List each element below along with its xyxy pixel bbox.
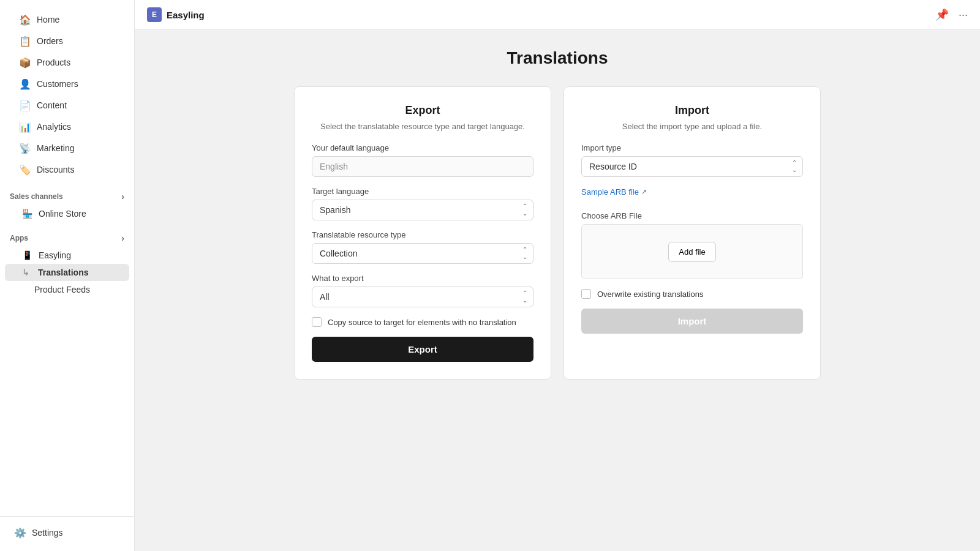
- resource-type-select[interactable]: Collection Product Page Blog Article: [312, 243, 533, 264]
- products-icon: 📦: [20, 57, 31, 68]
- sidebar-section-apps[interactable]: Apps ›: [0, 228, 134, 246]
- sidebar-item-translations[interactable]: ↳ Translations: [5, 264, 129, 281]
- file-upload-area[interactable]: Add file: [581, 224, 803, 279]
- main-area: E Easyling 📌 ··· Translations Export Sel…: [135, 0, 980, 551]
- sidebar-nav-main: 🏠 Home 📋 Orders 📦 Products 👤 Customers 📄…: [0, 7, 134, 182]
- sidebar-item-discounts[interactable]: 🏷️ Discounts: [10, 159, 124, 180]
- analytics-icon: 📊: [20, 121, 31, 132]
- topbar-app-name: Easyling: [167, 10, 205, 20]
- choose-arb-file-group: Choose ARB File Add file: [581, 211, 803, 279]
- sidebar-item-content[interactable]: 📄 Content: [10, 95, 124, 116]
- sidebar-item-customers[interactable]: 👤 Customers: [10, 73, 124, 94]
- overwrite-checkbox-row: Overwrite existing translations: [581, 289, 803, 299]
- import-card-title: Import: [581, 104, 803, 117]
- topbar-right: 📌 ···: [935, 8, 968, 21]
- content-icon: 📄: [20, 100, 31, 111]
- sidebar-section-sales-channels[interactable]: Sales channels ›: [0, 187, 134, 204]
- page-title: Translations: [159, 48, 956, 68]
- default-language-input: [312, 156, 533, 177]
- discounts-icon: 🏷️: [20, 164, 31, 175]
- target-language-select-wrapper: Spanish French German Italian Portuguese: [312, 200, 533, 220]
- home-icon: 🏠: [20, 14, 31, 25]
- import-button: Import: [581, 309, 803, 334]
- what-to-export-select[interactable]: All Untranslated only Translated only: [312, 287, 533, 307]
- sales-channels-expand-icon: ›: [121, 192, 124, 201]
- sidebar-item-analytics[interactable]: 📊 Analytics: [10, 116, 124, 137]
- sidebar-bottom: ⚙️ Settings: [0, 516, 134, 544]
- choose-arb-file-label: Choose ARB File: [581, 211, 803, 220]
- sidebar-item-product-feeds[interactable]: Product Feeds: [5, 281, 129, 298]
- overwrite-checkbox[interactable]: [581, 289, 591, 299]
- resource-type-group: Translatable resource type Collection Pr…: [312, 230, 533, 264]
- sidebar-item-settings[interactable]: ⚙️ Settings: [5, 522, 129, 543]
- sidebar-item-products[interactable]: 📦 Products: [10, 52, 124, 73]
- sidebar: 🏠 Home 📋 Orders 📦 Products 👤 Customers 📄…: [0, 0, 135, 551]
- import-card: Import Select the import type and upload…: [564, 86, 821, 380]
- export-button[interactable]: Export: [312, 337, 533, 362]
- default-language-label: Your default language: [312, 143, 533, 152]
- more-options-icon[interactable]: ···: [959, 9, 968, 21]
- import-card-subtitle: Select the import type and upload a file…: [581, 122, 803, 131]
- what-to-export-group: What to export All Untranslated only Tra…: [312, 274, 533, 307]
- add-file-button[interactable]: Add file: [668, 242, 715, 262]
- copy-source-checkbox[interactable]: [312, 317, 322, 327]
- sidebar-item-home[interactable]: 🏠 Home: [10, 9, 124, 30]
- sample-arb-link[interactable]: Sample ARB file ↗: [581, 187, 647, 197]
- target-language-group: Target language Spanish French German It…: [312, 187, 533, 220]
- sidebar-item-orders[interactable]: 📋 Orders: [10, 31, 124, 51]
- resource-type-label: Translatable resource type: [312, 230, 533, 239]
- export-card-subtitle: Select the translatable resource type an…: [312, 122, 533, 131]
- export-card: Export Select the translatable resource …: [294, 86, 551, 380]
- import-type-select[interactable]: Resource ID Handle Title: [581, 156, 803, 177]
- marketing-icon: 📡: [20, 143, 31, 154]
- external-link-icon: ↗: [641, 188, 647, 196]
- topbar-left: E Easyling: [147, 7, 205, 22]
- sidebar-item-online-store[interactable]: 🏪 Online Store: [5, 205, 129, 222]
- import-type-label: Import type: [581, 143, 803, 152]
- cards-row: Export Select the translatable resource …: [159, 86, 956, 380]
- topbar: E Easyling 📌 ···: [135, 0, 980, 30]
- what-to-export-label: What to export: [312, 274, 533, 283]
- overwrite-label: Overwrite existing translations: [597, 290, 703, 299]
- import-type-select-wrapper: Resource ID Handle Title: [581, 156, 803, 177]
- easyling-icon: 📱: [22, 250, 32, 260]
- online-store-icon: 🏪: [22, 209, 32, 219]
- default-language-group: Your default language: [312, 143, 533, 177]
- translations-arrow-icon: ↳: [22, 268, 29, 277]
- settings-icon: ⚙️: [15, 527, 26, 538]
- sidebar-sales-channels-nav: 🏪 Online Store: [0, 204, 134, 223]
- import-type-group: Import type Resource ID Handle Title: [581, 143, 803, 177]
- copy-source-checkbox-row: Copy source to target for elements with …: [312, 317, 533, 327]
- orders-icon: 📋: [20, 36, 31, 47]
- apps-expand-icon: ›: [121, 233, 124, 243]
- export-card-title: Export: [312, 104, 533, 117]
- copy-source-label: Copy source to target for elements with …: [328, 318, 516, 327]
- what-to-export-select-wrapper: All Untranslated only Translated only: [312, 287, 533, 307]
- sidebar-item-marketing[interactable]: 📡 Marketing: [10, 138, 124, 159]
- target-language-label: Target language: [312, 187, 533, 196]
- customers-icon: 👤: [20, 78, 31, 89]
- resource-type-select-wrapper: Collection Product Page Blog Article: [312, 243, 533, 264]
- pin-icon[interactable]: 📌: [935, 8, 949, 21]
- sidebar-item-easyling[interactable]: 📱 Easyling: [5, 247, 129, 264]
- app-icon: E: [147, 7, 162, 22]
- target-language-select[interactable]: Spanish French German Italian Portuguese: [312, 200, 533, 220]
- sidebar-apps-nav: 📱 Easyling ↳ Translations Product Feeds: [0, 246, 134, 299]
- content-area: Translations Export Select the translata…: [135, 30, 980, 551]
